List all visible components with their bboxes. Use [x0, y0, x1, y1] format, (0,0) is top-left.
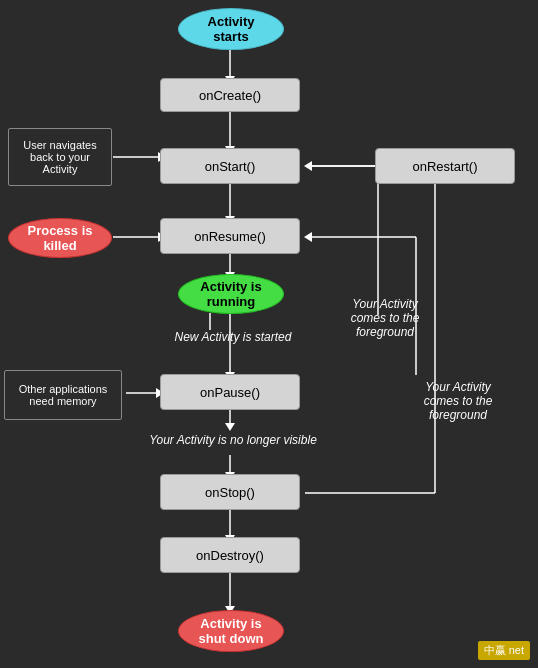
activity-foreground-2-label: Your Activity comes to the foreground: [410, 366, 506, 436]
onresume-node: onResume(): [160, 218, 300, 254]
activity-starts-node: Activity starts: [178, 8, 284, 50]
watermark: 中赢 net: [478, 641, 530, 660]
onstart-node: onStart(): [160, 148, 300, 184]
oncreate-node: onCreate(): [160, 78, 300, 112]
activity-running-node: Activity is running: [178, 274, 284, 314]
other-apps-memory-label: Other applications need memory: [4, 370, 122, 420]
onrestart-node: onRestart(): [375, 148, 515, 184]
new-activity-label: New Activity is started: [148, 325, 318, 349]
activity-foreground-1-label: Your Activity comes to the foreground: [335, 288, 435, 348]
activity-shutdown-node: Activity is shut down: [178, 610, 284, 652]
user-navigates-back-label: User navigates back to your Activity: [8, 128, 112, 186]
process-killed-node: Process is killed: [8, 218, 112, 258]
ondestroy-node: onDestroy(): [160, 537, 300, 573]
onstop-node: onStop(): [160, 474, 300, 510]
svg-marker-20: [304, 161, 312, 171]
svg-marker-34: [304, 232, 312, 242]
no-longer-visible-label: Your Activity is no longer visible: [148, 426, 318, 454]
onpause-node: onPause(): [160, 374, 300, 410]
